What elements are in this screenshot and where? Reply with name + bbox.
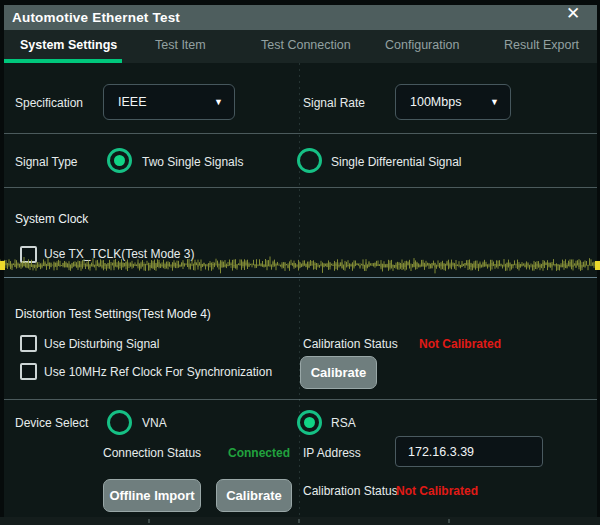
tab-test-connection[interactable]: Test Connection [261, 38, 351, 52]
radio-vna[interactable] [107, 410, 132, 435]
automotive-ethernet-test-dialog: Automotive Ethernet Test ✕ System Settin… [0, 0, 600, 525]
offline-import-button[interactable]: Offline Import [103, 479, 201, 512]
radio-two-single-signals[interactable] [107, 148, 132, 173]
use-disturbing-signal-checkbox[interactable] [20, 335, 37, 352]
chevron-down-icon: ▼ [490, 85, 499, 119]
specification-label: Specification [15, 96, 83, 110]
radio-vna-label[interactable]: VNA [142, 416, 167, 430]
separator [4, 133, 597, 134]
device-calibrate-button[interactable]: Calibrate [216, 479, 292, 512]
signal-rate-label: Signal Rate [303, 96, 365, 110]
connection-status-label: Connection Status [103, 446, 201, 460]
ip-address-label: IP Address [303, 446, 361, 460]
tab-result-export[interactable]: Result Export [504, 38, 579, 52]
waveform-trace [0, 255, 600, 277]
separator [4, 187, 597, 188]
waveform-left-marker [0, 261, 5, 270]
scope-background-strip [0, 517, 600, 525]
tab-configuration[interactable]: Configuration [385, 38, 459, 52]
specification-value: IEEE [118, 85, 147, 119]
close-icon[interactable]: ✕ [560, 3, 586, 25]
device-calibration-status-label: Calibration Status [303, 484, 398, 498]
distortion-calibration-status-value: Not Calibrated [419, 337, 501, 351]
graticule-center-line [299, 63, 300, 517]
radio-rsa-label[interactable]: RSA [331, 416, 356, 430]
distortion-calibration-status-label: Calibration Status [303, 337, 398, 351]
radio-single-differential-signal[interactable] [297, 148, 322, 173]
signal-type-label: Signal Type [15, 155, 78, 169]
distortion-settings-label: Distortion Test Settings(Test Mode 4) [15, 307, 211, 321]
distortion-calibrate-button[interactable]: Calibrate [300, 356, 377, 389]
connection-status-value: Connected [228, 446, 290, 460]
radio-rsa[interactable] [297, 410, 322, 435]
dialog-title: Automotive Ethernet Test [12, 10, 180, 25]
signal-rate-value: 100Mbps [410, 85, 461, 119]
device-select-label: Device Select [15, 416, 88, 430]
radio-two-single-signals-label[interactable]: Two Single Signals [142, 155, 243, 169]
device-calibration-status-value: Not Calibrated [396, 484, 478, 498]
radio-dot [114, 155, 125, 166]
radio-dot [304, 417, 315, 428]
separator [4, 399, 597, 400]
chevron-down-icon: ▼ [214, 85, 223, 119]
tab-test-item[interactable]: Test Item [155, 38, 206, 52]
waveform-right-marker [595, 261, 600, 270]
ip-address-input[interactable] [395, 436, 543, 467]
separator [4, 277, 597, 278]
specification-dropdown[interactable]: IEEE ▼ [103, 84, 235, 120]
use-10mhz-ref-clock-label[interactable]: Use 10MHz Ref Clock For Synchronization [44, 365, 272, 379]
use-disturbing-signal-label[interactable]: Use Disturbing Signal [44, 337, 159, 351]
tab-system-settings[interactable]: System Settings [20, 38, 117, 52]
graticule-tick [298, 519, 300, 523]
system-clock-label: System Clock [15, 212, 88, 226]
signal-rate-dropdown[interactable]: 100Mbps ▼ [395, 84, 511, 120]
graticule-tick [448, 519, 450, 523]
graticule-tick [148, 519, 150, 523]
use-10mhz-ref-clock-checkbox[interactable] [20, 363, 37, 380]
radio-single-differential-signal-label[interactable]: Single Differential Signal [331, 155, 462, 169]
